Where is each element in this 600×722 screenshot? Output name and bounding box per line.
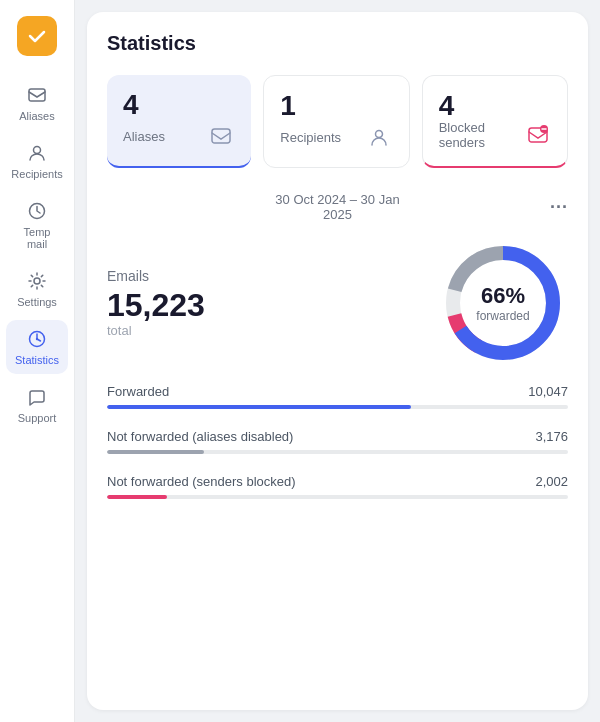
donut-sublabel: forwarded [476, 309, 529, 323]
aliases-icon [26, 84, 48, 106]
progress-top-disabled: Not forwarded (aliases disabled) 3,176 [107, 429, 568, 444]
forwarded-bar-fill [107, 405, 411, 409]
sidebar-item-settings[interactable]: Settings [6, 262, 68, 316]
date-range-bar: 30 Oct 2024 – 30 Jan 2025 ··· [107, 192, 568, 222]
settings-icon [26, 270, 48, 292]
more-options-button[interactable]: ··· [550, 197, 568, 218]
emails-section: Emails 15,223 total 66% for [107, 238, 568, 368]
emails-label: Emails [107, 268, 205, 284]
svg-point-1 [34, 147, 41, 154]
disabled-value: 3,176 [535, 429, 568, 444]
blocked-count: 4 [439, 92, 551, 120]
recipients-icon [26, 142, 48, 164]
emails-total-label: total [107, 323, 205, 338]
emails-count: 15,223 [107, 288, 205, 323]
sidebar-item-statistics[interactable]: Statistics [6, 320, 68, 374]
blocked-bar-fill [107, 495, 167, 499]
support-label: Support [18, 412, 57, 424]
page-title: Statistics [107, 32, 568, 55]
donut-center: 66% forwarded [476, 283, 529, 323]
stat-cards: 4 Aliases 1 Recipients [107, 75, 568, 168]
stat-card-aliases[interactable]: 4 Aliases [107, 75, 251, 168]
recipients-count: 1 [280, 92, 392, 120]
sidebar-item-aliases[interactable]: Aliases [6, 76, 68, 130]
blocked-label: Not forwarded (senders blocked) [107, 474, 296, 489]
statistics-icon [26, 328, 48, 350]
disabled-bar-fill [107, 450, 204, 454]
svg-point-7 [375, 131, 382, 138]
statistics-label: Statistics [15, 354, 59, 366]
support-icon [26, 386, 48, 408]
content-area: Statistics 4 Aliases 1 Re [87, 12, 588, 710]
blocked-bar-bg [107, 495, 568, 499]
forwarded-bar-bg [107, 405, 568, 409]
progress-item-blocked: Not forwarded (senders blocked) 2,002 [107, 474, 568, 499]
svg-rect-0 [29, 89, 45, 101]
recipients-card-icon [365, 123, 393, 151]
sidebar: Aliases Recipients Temp mail Set [0, 0, 75, 722]
settings-label: Settings [17, 296, 57, 308]
aliases-card-bottom: Aliases [123, 122, 235, 150]
stat-card-recipients[interactable]: 1 Recipients [263, 75, 409, 168]
progress-top-blocked: Not forwarded (senders blocked) 2,002 [107, 474, 568, 489]
aliases-count: 4 [123, 91, 235, 119]
progress-top-forwarded: Forwarded 10,047 [107, 384, 568, 399]
disabled-label: Not forwarded (aliases disabled) [107, 429, 293, 444]
svg-point-5 [36, 338, 38, 340]
svg-rect-6 [212, 129, 230, 143]
sidebar-item-recipients[interactable]: Recipients [6, 134, 68, 188]
forwarded-value: 10,047 [528, 384, 568, 399]
blocked-card-label: Blocked senders [439, 120, 526, 150]
temp-mail-label: Temp mail [12, 226, 62, 250]
donut-percentage: 66% [476, 283, 529, 309]
svg-point-3 [34, 278, 40, 284]
emails-left: Emails 15,223 total [107, 268, 205, 338]
donut-chart: 66% forwarded [438, 238, 568, 368]
sidebar-item-temp-mail[interactable]: Temp mail [6, 192, 68, 258]
sidebar-item-support[interactable]: Support [6, 378, 68, 432]
aliases-card-icon [207, 122, 235, 150]
disabled-bar-bg [107, 450, 568, 454]
aliases-card-label: Aliases [123, 129, 165, 144]
progress-item-forwarded: Forwarded 10,047 [107, 384, 568, 409]
blocked-card-bottom: Blocked senders [439, 120, 551, 150]
app-logo [17, 16, 57, 56]
recipients-card-bottom: Recipients [280, 123, 392, 151]
forwarded-label: Forwarded [107, 384, 169, 399]
main-content: Statistics 4 Aliases 1 Re [75, 0, 600, 722]
stat-card-blocked-senders[interactable]: 4 Blocked senders [422, 75, 568, 168]
recipients-label: Recipients [11, 168, 62, 180]
blocked-card-icon [526, 121, 551, 149]
aliases-label: Aliases [19, 110, 54, 122]
progress-section: Forwarded 10,047 Not forwarded (aliases … [107, 384, 568, 499]
temp-mail-icon [26, 200, 48, 222]
blocked-value: 2,002 [535, 474, 568, 489]
recipients-card-label: Recipients [280, 130, 341, 145]
date-range-text: 30 Oct 2024 – 30 Jan 2025 [261, 192, 415, 222]
progress-item-disabled: Not forwarded (aliases disabled) 3,176 [107, 429, 568, 454]
